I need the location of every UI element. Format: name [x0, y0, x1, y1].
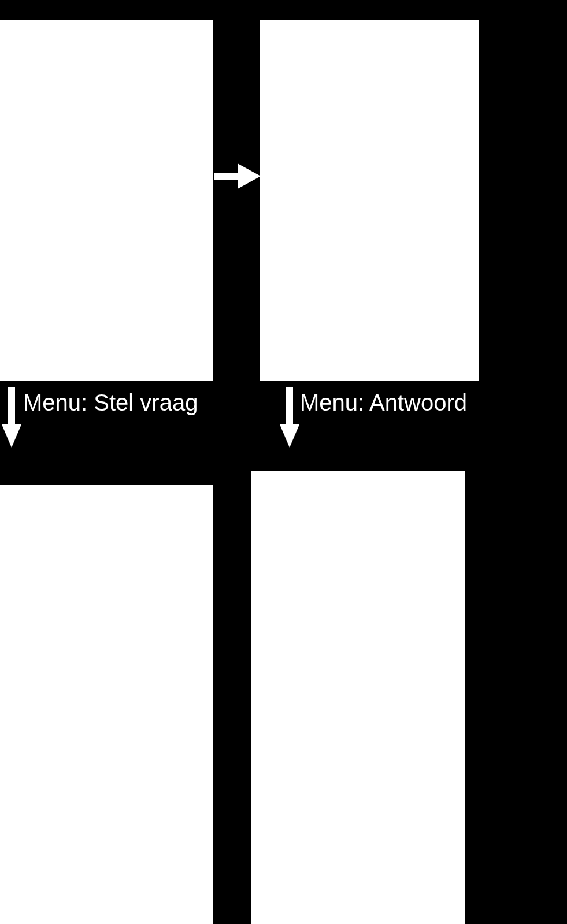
svg-marker-3 — [2, 424, 21, 448]
svg-marker-5 — [280, 424, 299, 448]
arrow-right-icon — [214, 159, 261, 193]
panel-top-left — [0, 20, 213, 381]
panel-bottom-left — [0, 485, 213, 924]
label-menu-stel-vraag: Menu: Stel vraag — [23, 390, 198, 416]
panel-top-right — [260, 20, 479, 381]
label-menu-antwoord: Menu: Antwoord — [300, 390, 467, 416]
svg-marker-1 — [238, 163, 261, 189]
panel-bottom-right — [251, 471, 465, 924]
